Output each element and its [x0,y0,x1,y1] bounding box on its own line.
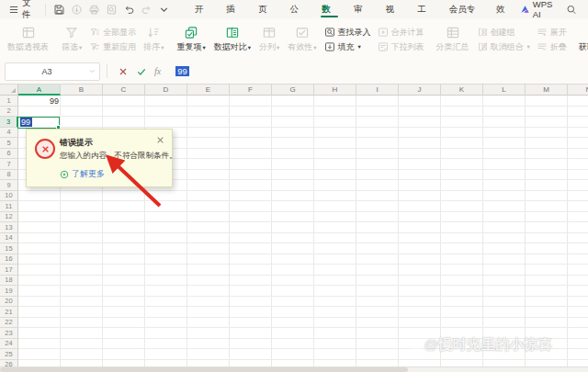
ribbon-button-label: 获取数据 [579,41,588,53]
search-icon[interactable] [566,4,577,16]
ribbon-button-subtotal[interactable]: 分类汇总 [433,24,473,55]
menu-tab[interactable]: 会员专享 [441,0,488,18]
column-header-b[interactable]: B [61,85,103,96]
row-header-14[interactable]: 14 [0,233,18,244]
close-icon[interactable] [156,136,164,144]
print-icon[interactable] [88,4,100,16]
row-header-13[interactable]: 13 [0,222,18,233]
column-header-l[interactable]: L [483,85,526,96]
select-all-corner[interactable] [0,85,18,96]
row-header-18[interactable]: 18 [0,276,18,287]
name-box-chevron-icon[interactable] [88,67,96,75]
column-header-d[interactable]: D [145,85,187,96]
ribbon-button-ungroup[interactable]: 取消组合▾ [474,41,533,53]
row-header-3[interactable]: 3 [0,117,18,128]
row-header-16[interactable]: 16 [0,254,18,265]
column-header-k[interactable]: K [441,85,483,96]
ribbon-button-data-compare[interactable]: 数据对比▾ [210,24,254,55]
ribbon-group: 筛选▾全部显示重新应用排序▾ [58,19,168,60]
row-header-11[interactable]: 11 [0,201,18,212]
learn-more-link[interactable]: 了解更多 [60,168,105,180]
menu-tab[interactable]: 公式 [282,0,314,18]
column-headers: ABCDEFGHIJKLMN [18,85,588,96]
row-header-1[interactable]: 1 [0,96,18,107]
row-header-8[interactable]: 8 [0,170,18,181]
wps-ai-button[interactable]: WPS AI [520,0,560,19]
column-header-a[interactable]: A [18,85,61,96]
menu-tab[interactable]: 插入 [218,0,250,18]
export-icon[interactable] [71,4,83,16]
chevron-down-icon[interactable] [158,4,170,16]
row-header-24[interactable]: 24 [0,339,18,350]
row-header-15[interactable]: 15 [0,243,18,254]
cell-a1[interactable]: 99 [18,96,59,107]
play-circle-icon [60,170,69,179]
name-box[interactable]: A3 [5,62,100,81]
column-header-g[interactable]: G [272,85,314,96]
ribbon-button-label: 填充 [338,41,355,53]
horizontal-scrollbar[interactable] [0,366,588,372]
cell-a3-editing[interactable]: 99 [17,117,60,129]
column-header-e[interactable]: E [187,85,230,96]
print-preview-icon[interactable] [106,4,118,16]
formula-input[interactable]: 99 [175,66,189,76]
row-header-6[interactable]: 6 [0,149,18,160]
ribbon-button-filter-show-all[interactable]: 全部显示 [86,27,139,39]
filter-icon [64,26,79,39]
ribbon-button-fill[interactable]: 填充▾ [322,41,374,53]
save-icon[interactable] [53,4,65,16]
row-header-20[interactable]: 20 [0,297,18,308]
dropdown-arrow-icon: ▾ [358,44,361,50]
menu-tab[interactable]: 效率 [488,0,520,18]
row-header-4[interactable]: 4 [0,128,18,139]
menu-tab[interactable]: 开始 [187,0,219,18]
insert-function-icon[interactable]: fx [154,66,161,76]
ribbon-button-get-data[interactable]: 获取数据▾ [575,24,588,55]
redo-icon[interactable] [141,4,153,16]
ribbon-button-find-entry[interactable]: 查找录入 [322,27,374,39]
menu-tab[interactable]: 工具 [409,0,441,18]
ribbon-button-merge-calc[interactable]: 合并计算 [375,27,427,39]
sparkle-icon [410,339,423,352]
row-header-21[interactable]: 21 [0,307,18,318]
row-header-2[interactable]: 2 [0,107,18,118]
ribbon-button-collapse[interactable]: 折叠 [534,41,570,53]
undo-icon[interactable] [123,4,135,16]
column-header-m[interactable]: M [526,85,568,96]
horizontal-scrollbar-thumb[interactable] [0,367,408,372]
row-header-19[interactable]: 19 [0,286,18,297]
confirm-entry-icon[interactable] [136,66,147,77]
ribbon-button-filter-reapply[interactable]: 重新应用 [86,41,139,53]
ribbon-button-expand[interactable]: 展开 [534,27,570,39]
ribbon-group: 重复项▾数据对比▾分列▾有效性▾查找录入填充▾合并计算下拉列表 [174,19,427,60]
row-header-5[interactable]: 5 [0,138,18,149]
row-header-25[interactable]: 25 [0,349,18,360]
ribbon-button-pivot-table[interactable]: 数据透视表 [4,24,52,55]
menu-tab[interactable]: 视图 [378,0,410,18]
column-header-n[interactable]: N [568,85,588,96]
row-header-22[interactable]: 22 [0,318,18,329]
menu-tab[interactable]: 页面 [250,0,282,18]
ribbon-button-text-to-columns[interactable]: 分列▾ [255,24,283,55]
column-header-c[interactable]: C [103,85,145,96]
row-header-23[interactable]: 23 [0,328,18,339]
column-header-f[interactable]: F [230,85,272,96]
ribbon-button-validation[interactable]: 有效性▾ [284,24,320,55]
row-header-9[interactable]: 9 [0,180,18,191]
column-header-i[interactable]: I [356,85,399,96]
column-header-h[interactable]: H [314,85,356,96]
menu-tab[interactable]: 数据 [313,0,345,18]
column-header-j[interactable]: J [399,85,441,96]
ribbon-button-duplicates[interactable]: 重复项▾ [174,24,209,55]
menu-tab[interactable]: 审阅 [345,0,378,18]
ribbon-button-dropdown-list[interactable]: 下拉列表 [375,41,427,53]
row-header-12[interactable]: 12 [0,212,18,223]
ribbon-button-sort[interactable]: 排序▾ [140,24,167,55]
row-header-10[interactable]: 10 [0,191,18,202]
cancel-entry-icon[interactable] [118,66,129,77]
pivot-table-icon [21,26,36,39]
ribbon-button-filter[interactable]: 筛选▾ [58,24,85,55]
row-header-17[interactable]: 17 [0,265,18,276]
row-header-7[interactable]: 7 [0,159,18,170]
ribbon-button-create-group[interactable]: 创建组 [474,27,533,39]
